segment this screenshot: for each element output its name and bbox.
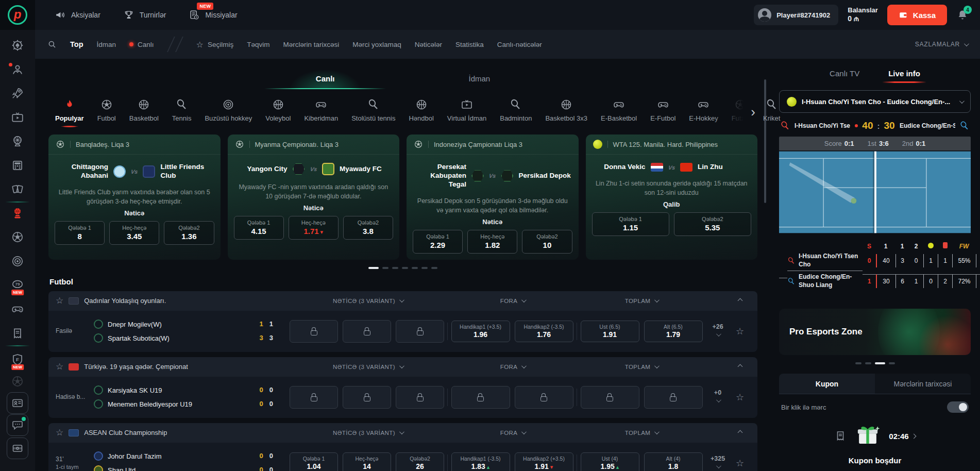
target-section-icon[interactable] bbox=[11, 255, 24, 268]
fantasy-shield-icon[interactable]: NEW bbox=[11, 353, 24, 366]
nav-secilmis[interactable]: ☆Seçilmiş bbox=[196, 40, 234, 49]
odd-button[interactable]: Heç-heçə1.82 bbox=[467, 230, 517, 254]
sport-tab-kiberidman[interactable]: Kiberidman bbox=[297, 96, 345, 127]
tab-bet-history[interactable]: Mərclərin tarixcəsi bbox=[875, 374, 971, 394]
nav-merci-yoxlamaq[interactable]: Mərci yoxlamaq bbox=[352, 41, 401, 48]
odd-button[interactable]: Qələbə21.36 bbox=[164, 221, 214, 245]
odd-button[interactable]: Handikap2 (-3.5)1.76 bbox=[515, 321, 573, 342]
odd-button[interactable]: Qələbə23.8 bbox=[343, 216, 393, 240]
tab-top[interactable]: Top bbox=[70, 40, 83, 48]
odd-button[interactable]: Qələbə210 bbox=[522, 230, 572, 254]
market-netice-header[interactable]: NƏTİCƏ (3 VARİANT) bbox=[288, 364, 448, 370]
player-account-button[interactable]: Player#82741902 bbox=[754, 5, 838, 25]
cards-games-icon[interactable] bbox=[11, 182, 24, 196]
betslip-receipt-icon[interactable] bbox=[11, 327, 24, 340]
favorite-star-icon[interactable]: ☆ bbox=[56, 295, 63, 306]
cards-carousel-dots[interactable] bbox=[48, 267, 757, 269]
more-markets-button[interactable]: +26 bbox=[706, 324, 730, 339]
bingo-icon[interactable] bbox=[11, 159, 24, 172]
sport-tab-badminton[interactable]: Badminton bbox=[493, 96, 538, 127]
market-fora-header[interactable]: FORA bbox=[448, 430, 577, 436]
gamepad-icon[interactable] bbox=[11, 302, 24, 316]
more-markets-button[interactable]: +0 bbox=[706, 390, 730, 405]
tab-kupon[interactable]: Kupon bbox=[779, 374, 875, 394]
odd-button[interactable]: Handikap1 (+3.5)1.96 bbox=[451, 321, 510, 342]
favorite-star-icon[interactable]: ☆ bbox=[56, 361, 63, 372]
brand-logo[interactable]: p bbox=[0, 0, 35, 30]
tab-canli-tv[interactable]: Canlı TV bbox=[830, 69, 859, 83]
market-toplam-header[interactable]: TOPLAM bbox=[577, 298, 706, 304]
tab-live-info[interactable]: Live info bbox=[888, 69, 920, 83]
sport-tab-basketbol[interactable]: Basketbol bbox=[123, 96, 165, 127]
tv-games-icon[interactable] bbox=[11, 111, 24, 124]
promo-card[interactable]: Banqladeş. Liqa 3 Chittagong Abahani Vs … bbox=[48, 134, 221, 260]
football-section-icon[interactable] bbox=[11, 230, 24, 244]
odd-button[interactable]: Ust (6.5)1.91 bbox=[581, 321, 639, 342]
more-markets-button[interactable]: +325 bbox=[706, 456, 730, 470]
sport-tab-e-basketbol[interactable]: E-Basketbol bbox=[594, 96, 644, 127]
nav-teqvim[interactable]: Təqvim bbox=[247, 41, 269, 48]
tab-canli[interactable]: Canlı bbox=[129, 41, 154, 48]
tabs-scroll-right-button[interactable]: › bbox=[751, 104, 757, 120]
market-fora-header[interactable]: FORA bbox=[448, 364, 577, 370]
nav-canli-neticeler[interactable]: Canlı-nəticələr bbox=[497, 41, 542, 48]
odd-button[interactable]: Qələbə 12.29 bbox=[413, 230, 463, 254]
nav-neticeler[interactable]: Nəticələr bbox=[415, 41, 442, 48]
live-dealer-icon[interactable] bbox=[11, 63, 24, 76]
odd-button[interactable]: Heç-heçə1.71 bbox=[289, 216, 339, 240]
support-chat-button[interactable] bbox=[7, 414, 28, 436]
search-button[interactable] bbox=[47, 40, 57, 49]
aviator-rocket-icon[interactable] bbox=[11, 87, 24, 100]
settings-dropdown[interactable]: SAZLAMALAR bbox=[915, 41, 968, 48]
market-toplam-header[interactable]: TOPLAM bbox=[577, 364, 706, 370]
odd-button[interactable]: Ust (4)1.95 bbox=[581, 452, 639, 471]
odd-button[interactable]: Heç-heçə3.45 bbox=[109, 221, 159, 245]
match-row[interactable]: 31'1-ci taym Johor Darul Tazim Shan Utd … bbox=[48, 443, 757, 471]
collapse-button[interactable] bbox=[730, 365, 750, 368]
match-select-dropdown[interactable]: I-Hsuan Cho/Yi Tsen Cho - Eudice Chong/E… bbox=[779, 90, 971, 113]
market-fora-header[interactable]: FORA bbox=[448, 298, 577, 304]
menu-item-missiyalar[interactable]: NEW Missiyalar bbox=[189, 9, 237, 21]
favorite-star-icon[interactable]: ☆ bbox=[730, 326, 750, 337]
odd-button[interactable]: Alt (4)1.8 bbox=[644, 452, 703, 471]
sport-tab-hokkey[interactable]: Buzüstü hokkey bbox=[198, 96, 259, 127]
banner-carousel-dots[interactable] bbox=[779, 362, 971, 364]
wheel-of-fortune-icon[interactable] bbox=[11, 134, 24, 148]
collapse-button[interactable] bbox=[730, 299, 750, 302]
gift-bonus-row[interactable]: 02:46 bbox=[779, 421, 971, 451]
odd-button[interactable]: Alt (6.5)1.79 bbox=[644, 321, 703, 342]
odd-button[interactable]: Qələbə 18 bbox=[55, 221, 105, 245]
balance-block[interactable]: Balanslar 0 ₼ bbox=[848, 6, 878, 24]
casino-icon[interactable] bbox=[11, 39, 24, 52]
odd-button[interactable]: Qələbə226 bbox=[396, 452, 444, 471]
sport-tab-hendbol[interactable]: Həndbol bbox=[402, 96, 440, 127]
favorite-star-icon[interactable]: ☆ bbox=[730, 458, 750, 469]
tab-sport[interactable]: İdman bbox=[432, 67, 526, 89]
tab-idman[interactable]: İdman bbox=[97, 41, 116, 48]
sport-tab-tennis[interactable]: Tennis bbox=[165, 96, 198, 127]
game79-icon[interactable]: NEW bbox=[11, 278, 24, 292]
market-netice-header[interactable]: NƏTİCƏ (3 VARİANT) bbox=[288, 298, 448, 304]
favorite-star-icon[interactable]: ☆ bbox=[730, 392, 750, 403]
odd-button[interactable]: Qələbə 14.15 bbox=[234, 216, 284, 240]
odd-button[interactable]: Handikap2 (+3.5)1.91 bbox=[515, 452, 573, 471]
nav-statistika[interactable]: Statistika bbox=[455, 41, 484, 48]
soccer-faded-icon[interactable] bbox=[11, 375, 24, 388]
collapse-button[interactable] bbox=[730, 431, 750, 434]
odd-button[interactable]: Heç-heçə14 bbox=[343, 452, 391, 471]
sport-tab-populyar[interactable]: Populyar bbox=[48, 96, 91, 127]
tab-live[interactable]: Canlı bbox=[280, 67, 371, 89]
menu-item-turnirler[interactable]: Turnirlər bbox=[123, 9, 166, 21]
id-card-button[interactable] bbox=[7, 392, 28, 414]
cashier-button[interactable]: Kassa bbox=[887, 5, 947, 25]
sport-tab-kriket[interactable]: Kriket bbox=[756, 96, 787, 127]
odd-button[interactable]: Handikap1 (-3.5)1.83 bbox=[451, 452, 510, 471]
esports-banner[interactable]: Pro Esports Zone bbox=[779, 309, 971, 355]
match-row[interactable]: Hadisə b... Karsiyaka SK U19 Menemen Bel… bbox=[48, 377, 757, 418]
nav-merc-tarixcesi[interactable]: Mərclərin tarixcəsi bbox=[283, 41, 339, 48]
match-row[interactable]: Fasilə Dnepr Mogilev(W) Spartak Subotica… bbox=[48, 311, 757, 352]
notifications-button[interactable]: 4 bbox=[956, 9, 969, 21]
sport-tab-virtual-idman[interactable]: Virtual İdman bbox=[441, 96, 493, 127]
odd-button[interactable]: Qələbə 11.04 bbox=[290, 452, 338, 471]
sport-tab-voleybol[interactable]: Voleybol bbox=[259, 96, 297, 127]
